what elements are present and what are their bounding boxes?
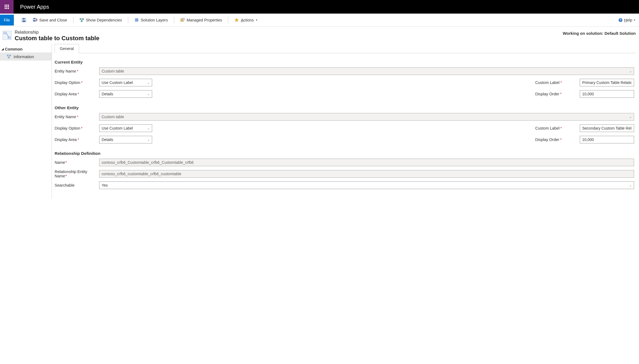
chevron-down-icon: ▼ [255, 19, 258, 21]
label-display-option-other: Display Option* [55, 126, 98, 130]
current-display-order-input[interactable] [580, 90, 634, 98]
chevron-down-icon: ⌄ [629, 115, 632, 119]
current-display-area-dropdown[interactable]: Details ⌄ [99, 90, 152, 98]
chevron-down-icon: ⌄ [147, 92, 150, 96]
svg-rect-2 [23, 20, 25, 22]
file-button[interactable]: File [0, 15, 14, 26]
svg-marker-20 [235, 18, 239, 22]
section-current-entity: Current Entity [55, 60, 634, 65]
sidebar-group-common[interactable]: ◢ Common [0, 46, 52, 52]
other-display-option-dropdown[interactable]: Use Custom Label ⌄ [99, 124, 152, 132]
other-custom-label-field[interactable] [582, 126, 632, 130]
current-display-area-value: Details [102, 92, 113, 96]
other-display-order-input[interactable] [580, 136, 634, 143]
svg-rect-27 [7, 55, 8, 56]
label-display-area: Display Area* [55, 92, 98, 96]
current-display-option-dropdown[interactable]: Use Custom Label ⌄ [99, 79, 152, 86]
relationship-icon [2, 30, 12, 41]
help-button[interactable]: ? Help ▼ [618, 18, 636, 23]
solution-context: Working on solution: Default Solution [563, 30, 636, 36]
actions-mnemonic: A [241, 18, 243, 22]
label-display-area-other: Display Area* [55, 137, 98, 142]
label-entity-name: Entity Name* [55, 69, 98, 73]
command-bar: File Save and Close Show Dependencies S [0, 14, 639, 27]
svg-text:?: ? [620, 18, 622, 22]
current-custom-label-field[interactable] [582, 80, 632, 85]
label-display-order: Display Order* [535, 92, 579, 96]
separator [228, 17, 228, 23]
other-display-area-dropdown[interactable]: Details ⌄ [99, 136, 152, 143]
page-header: Relationship Custom table to Custom tabl… [0, 27, 639, 44]
svg-rect-10 [81, 21, 82, 22]
file-label: File [4, 18, 10, 22]
help-mnemonic: H [624, 18, 627, 22]
sidebar-group-label: Common [5, 47, 23, 51]
current-entity-name-dropdown[interactable]: Custom table ⌄ [99, 67, 634, 75]
collapse-icon: ◢ [2, 48, 4, 51]
svg-rect-28 [10, 55, 11, 56]
svg-rect-14 [135, 20, 138, 20]
current-display-option-value: Use Custom Label [102, 80, 133, 85]
other-entity-name-value: Custom table [102, 115, 124, 119]
searchable-value: Yes [102, 183, 108, 187]
chevron-down-icon: ⌄ [629, 184, 632, 187]
label-name: Name* [55, 160, 98, 165]
separator [174, 17, 174, 23]
other-custom-label-input[interactable] [580, 124, 634, 132]
chevron-down-icon: ⌄ [147, 81, 150, 84]
chevron-down-icon: ⌄ [147, 127, 150, 130]
tab-general[interactable]: General [55, 44, 79, 53]
sidebar-item-information[interactable]: Information [0, 52, 52, 61]
other-display-order-field[interactable] [582, 137, 632, 142]
svg-rect-4 [34, 18, 35, 19]
save-button[interactable] [19, 14, 29, 26]
tab-row: General [55, 44, 639, 53]
tab-general-label: General [60, 46, 74, 51]
searchable-dropdown[interactable]: Yes ⌄ [99, 181, 634, 189]
relationship-entity-name-input [99, 170, 634, 178]
help-label-rest: elp [627, 18, 632, 22]
body: ◢ Common Information General Current Ent… [0, 44, 639, 199]
label-searchable: Searchable [55, 183, 98, 187]
save-and-close-button[interactable]: Save and Close [31, 14, 69, 26]
actions-button[interactable]: Actions ▼ [232, 14, 260, 26]
solution-layers-label: Solution Layers [141, 18, 168, 22]
actions-label-rest: ctions [243, 18, 254, 22]
form-area: Current Entity Entity Name* Custom table… [52, 53, 639, 199]
other-display-area-value: Details [102, 137, 113, 142]
show-dependencies-button[interactable]: Show Dependencies [77, 14, 124, 26]
help-icon: ? [618, 18, 623, 23]
section-relationship-definition: Relationship Definition [55, 151, 634, 156]
save-close-icon [33, 18, 38, 23]
other-entity-name-dropdown[interactable]: Custom table ⌄ [99, 113, 634, 121]
actions-icon [234, 18, 239, 23]
managed-properties-button[interactable]: Managed Properties [178, 14, 224, 26]
relationship-name-input [99, 159, 634, 166]
svg-line-30 [8, 56, 9, 57]
label-display-option: Display Option* [55, 80, 98, 85]
chevron-down-icon: ▼ [633, 19, 636, 21]
waffle-icon [5, 5, 9, 9]
solution-layers-button[interactable]: Solution Layers [132, 14, 170, 26]
label-entity-name-other: Entity Name* [55, 115, 98, 119]
svg-rect-9 [82, 18, 84, 20]
app-launcher-button[interactable] [0, 0, 14, 14]
label-custom-label-other: Custom Label* [535, 126, 579, 130]
save-and-close-label: Save and Close [39, 18, 67, 22]
svg-rect-5 [33, 20, 36, 21]
managed-properties-label: Managed Properties [187, 18, 222, 22]
current-display-order-field[interactable] [582, 92, 632, 96]
svg-rect-15 [135, 21, 138, 21]
sidebar: ◢ Common Information [0, 44, 52, 199]
information-icon [7, 54, 11, 59]
label-rel-entity-name: Relationship Entity Name* [55, 170, 98, 178]
separator [128, 17, 128, 23]
section-other-entity: Other Entity [55, 105, 634, 110]
managed-properties-icon [180, 18, 185, 23]
svg-rect-8 [80, 18, 81, 20]
label-custom-label: Custom Label* [535, 80, 579, 85]
svg-line-31 [9, 56, 10, 57]
current-custom-label-input[interactable] [580, 79, 634, 86]
relationship-name-field [102, 160, 632, 165]
label-display-order-other: Display Order* [535, 137, 579, 142]
